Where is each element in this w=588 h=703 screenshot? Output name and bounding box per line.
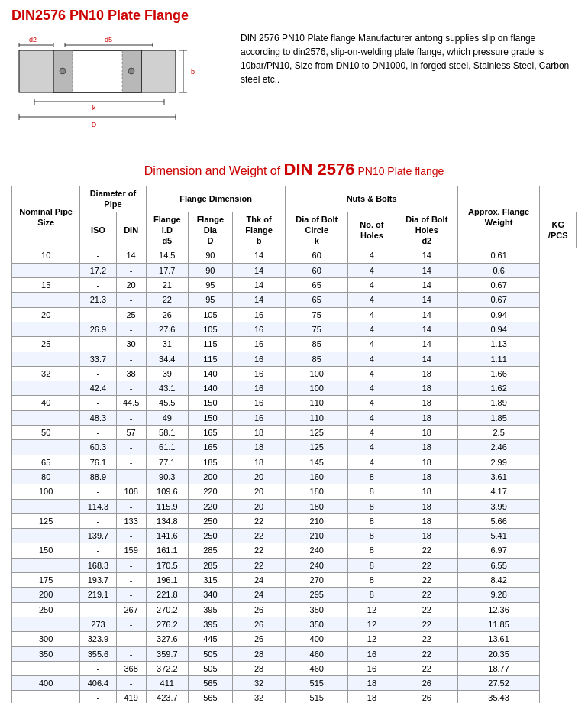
col-header-nominal: Nominal Pipe Size bbox=[12, 186, 80, 248]
svg-rect-10 bbox=[141, 50, 176, 92]
top-section: d2 d5 b k bbox=[11, 31, 577, 148]
dimensions-table: Nominal Pipe Size Diameter of Pipe Flang… bbox=[11, 186, 577, 703]
table-row: -368372.250528460162218.77 bbox=[12, 661, 577, 675]
table-row: 175193.7-196.1315242708228.42 bbox=[12, 573, 577, 588]
sub-header-kg: KG /PCS bbox=[540, 212, 577, 248]
table-row: 40-44.545.5150161104181.89 bbox=[12, 396, 577, 410]
table-row: 25-303111516854141.13 bbox=[12, 337, 577, 352]
table-row: 150-159161.1285222408226.97 bbox=[12, 543, 577, 558]
table-row: 33.7-34.411516854141.11 bbox=[12, 352, 577, 366]
table-row: 15-20219514654140.67 bbox=[12, 278, 577, 293]
table-row: 6576.1-77.1185181454182.99 bbox=[12, 455, 577, 469]
table-row: 139.7-141.6250222108185.41 bbox=[12, 529, 577, 543]
table-row: 20-252610516754140.94 bbox=[12, 307, 577, 322]
table-row: 273-276.239526350122211.85 bbox=[12, 617, 577, 631]
col-header-diameter: Diameter of Pipe bbox=[80, 186, 146, 212]
table-row: 250-267270.239526350122212.36 bbox=[12, 602, 577, 617]
table-row: 42.4-43.1140161004181.62 bbox=[12, 381, 577, 396]
flange-diagram: d2 d5 b k bbox=[11, 31, 218, 146]
col-header-approx: Approx. Flange Weight bbox=[457, 186, 540, 248]
table-row: 60.3-61.1165181254182.46 bbox=[12, 440, 577, 455]
svg-text:D: D bbox=[92, 121, 97, 128]
sub-header-no-holes: No. of Holes bbox=[348, 212, 396, 248]
table-row: -419423.756532515182635.43 bbox=[12, 691, 577, 703]
svg-text:k: k bbox=[92, 104, 96, 112]
table-row: 300323.9-327.644526400122213.61 bbox=[12, 632, 577, 646]
section-title: Dimension and Weight of DIN 2576 PN10 Pl… bbox=[11, 160, 577, 180]
table-row: 200219.1-221.8340242958229.28 bbox=[12, 588, 577, 602]
table-row: 350355.6-359.750528460162220.35 bbox=[12, 646, 577, 661]
svg-point-26 bbox=[60, 68, 66, 74]
svg-text:b: b bbox=[191, 68, 195, 76]
sub-header-din: DIN bbox=[116, 212, 146, 248]
svg-rect-8 bbox=[19, 50, 53, 92]
description-content: DIN 2576 PN10 Plate flange Manufacturer … bbox=[241, 33, 569, 85]
col-header-nuts-bolts: Nuts & Bolts bbox=[286, 186, 457, 212]
table-row: 125-133134.8250222108185.66 bbox=[12, 513, 577, 528]
table-row: 100-108109.6220201808184.17 bbox=[12, 484, 577, 499]
sub-header-bolt-holes: Dia of Bolt Holesd2 bbox=[396, 212, 457, 248]
sub-header-bolt-circle: Dia of Bolt Circlek bbox=[286, 212, 348, 248]
table-row: 10-1414.59014604140.61 bbox=[12, 248, 577, 263]
table-body: 10-1414.59014604140.6117.2-17.7901460414… bbox=[12, 248, 577, 703]
table-row: 26.9-27.610516754140.94 bbox=[12, 322, 577, 336]
sub-header-flange-dia: Flange DiaD bbox=[189, 212, 233, 248]
col-header-flange-dim: Flange Dimension bbox=[146, 186, 286, 212]
table-row: 50-5758.1165181254182.5 bbox=[12, 426, 577, 440]
sub-header-thk: Thk of Flangeb bbox=[232, 212, 286, 248]
table-row: 400406.4-41156532515182627.52 bbox=[12, 676, 577, 691]
sub-header-iso: ISO bbox=[80, 212, 116, 248]
table-row: 21.3-229514654140.67 bbox=[12, 293, 577, 307]
svg-text:d5: d5 bbox=[105, 36, 112, 44]
table-row: 8088.9-90.3200201608183.61 bbox=[12, 469, 577, 484]
table-row: 17.2-17.79014604140.6 bbox=[12, 263, 577, 277]
svg-text:d2: d2 bbox=[29, 36, 37, 44]
table-row: 168.3-170.5285222408226.55 bbox=[12, 558, 577, 572]
page-title: DIN2576 PN10 Plate Flange bbox=[11, 8, 577, 24]
table-row: 48.3-49150161104181.85 bbox=[12, 410, 577, 425]
sub-header-flange-id: Flange I.Dd5 bbox=[146, 212, 188, 248]
diagram-area: d2 d5 b k bbox=[11, 31, 225, 148]
table-row: 32-3839140161004181.66 bbox=[12, 366, 577, 381]
svg-point-27 bbox=[128, 68, 134, 74]
table-row: 114.3-115.9220201808183.99 bbox=[12, 499, 577, 513]
description-text: DIN 2576 PN10 Plate flange Manufacturer … bbox=[241, 31, 577, 148]
